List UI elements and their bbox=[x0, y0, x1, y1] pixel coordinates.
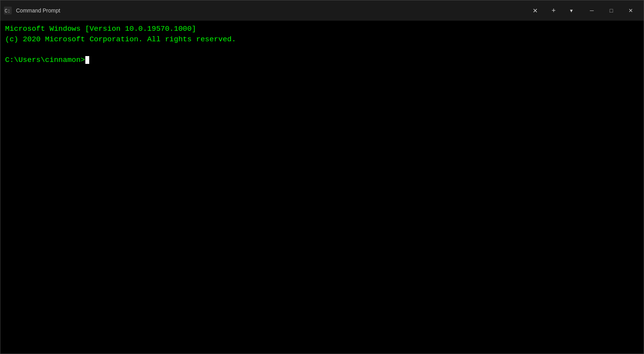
cmd-icon: C: bbox=[4, 6, 12, 15]
terminal-prompt: C:\Users\cinnamon> bbox=[5, 55, 85, 65]
terminal-line-1: Microsoft Windows [Version 10.0.19570.10… bbox=[5, 24, 639, 34]
tab-dropdown-button[interactable]: ▾ bbox=[563, 0, 579, 21]
terminal-body[interactable]: Microsoft Windows [Version 10.0.19570.10… bbox=[0, 21, 644, 354]
svg-text:C:: C: bbox=[5, 9, 10, 14]
close-tab-button[interactable]: ✕ bbox=[526, 0, 544, 21]
titlebar: C: Command Prompt ✕ + ▾ ─ □ ✕ bbox=[0, 0, 644, 21]
terminal-line-2: (c) 2020 Microsoft Corporation. All righ… bbox=[5, 34, 639, 45]
window-title: Command Prompt bbox=[16, 7, 60, 14]
cmd-window: C: Command Prompt ✕ + ▾ ─ □ ✕ Microsoft … bbox=[0, 0, 644, 354]
window-controls: ─ □ ✕ bbox=[582, 0, 640, 21]
terminal-prompt-line: C:\Users\cinnamon> bbox=[5, 55, 639, 65]
terminal-spacer bbox=[5, 44, 639, 55]
minimize-button[interactable]: ─ bbox=[582, 0, 602, 21]
maximize-button[interactable]: □ bbox=[602, 0, 621, 21]
add-tab-button[interactable]: + bbox=[545, 0, 563, 21]
close-button[interactable]: ✕ bbox=[621, 0, 640, 21]
titlebar-left: C: Command Prompt bbox=[4, 6, 526, 15]
terminal-cursor bbox=[85, 56, 89, 64]
tab-controls: ✕ + ▾ bbox=[526, 0, 579, 21]
